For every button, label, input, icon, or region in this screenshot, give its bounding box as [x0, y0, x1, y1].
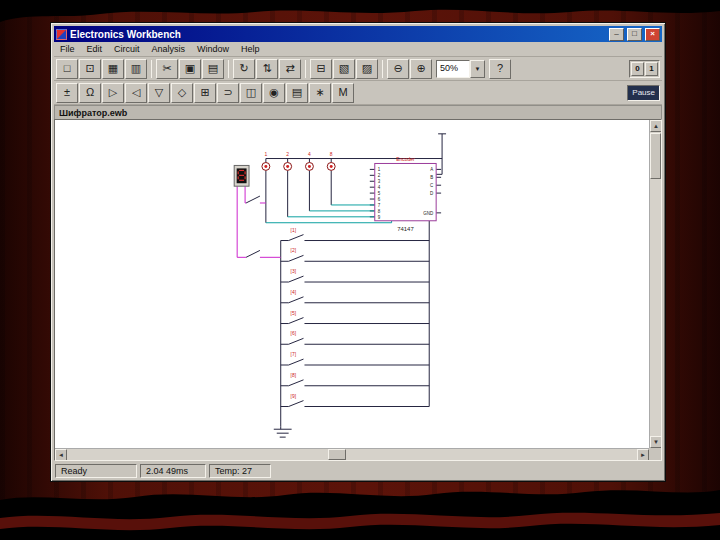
sources-button[interactable]: ±: [56, 83, 78, 103]
menu-file[interactable]: File: [60, 44, 75, 54]
bottom-wave-decoration: [0, 484, 720, 540]
transistors-icon: ◁: [132, 87, 140, 98]
logic-gates-button[interactable]: ⊃: [217, 83, 239, 103]
probe-dot: [330, 165, 333, 168]
probe-label: 1: [264, 152, 267, 157]
probe-indicator[interactable]: [305, 162, 313, 170]
sources-icon: ±: [64, 87, 70, 98]
horizontal-scroll-thumb[interactable]: [328, 449, 346, 460]
menu-window[interactable]: Window: [197, 44, 229, 54]
miscellaneous-button[interactable]: ∗: [309, 83, 331, 103]
indicators-icon: ◉: [269, 87, 279, 98]
wire-segment: [266, 205, 392, 223]
seven-segment-display[interactable]: [234, 165, 249, 186]
probe-indicator[interactable]: [284, 162, 292, 170]
mixed-ics-button[interactable]: ◇: [171, 83, 193, 103]
scroll-left-button[interactable]: ◄: [55, 449, 67, 461]
properties-icon: ▨: [362, 63, 372, 74]
chevron-down-icon[interactable]: ▼: [470, 60, 485, 78]
slide-background: Electronics Workbench – □ × File Edit Ci…: [0, 0, 720, 540]
cut-button[interactable]: ✂: [156, 59, 178, 79]
print-icon: ▥: [131, 63, 141, 74]
menu-help[interactable]: Help: [241, 44, 260, 54]
diodes-button[interactable]: ▷: [102, 83, 124, 103]
menu-edit[interactable]: Edit: [87, 44, 103, 54]
window-title: Electronics Workbench: [70, 29, 606, 40]
digital-button[interactable]: ◫: [240, 83, 262, 103]
power-off-icon: 0: [635, 64, 639, 73]
scroll-down-icon: ▼: [653, 439, 659, 445]
zoom-out-button[interactable]: ⊖: [387, 59, 409, 79]
logic-gates-icon: ⊃: [223, 87, 232, 98]
zoom-select[interactable]: 50% ▼: [436, 60, 485, 78]
maximize-button[interactable]: □: [627, 28, 642, 41]
encoder-chip[interactable]: Encoder 74147 1 2 3 4 5 6 7 8 9 A: [375, 157, 436, 232]
probe-dot: [264, 165, 267, 168]
menu-analysis[interactable]: Analysis: [152, 44, 186, 54]
graphs-icon: ▧: [339, 63, 349, 74]
properties-button[interactable]: ▨: [356, 59, 378, 79]
switch-label: [1]: [291, 228, 297, 233]
instruments-button[interactable]: M: [332, 83, 354, 103]
toolbar-separator: [151, 60, 152, 78]
new-button[interactable]: □: [56, 59, 78, 79]
basic-button[interactable]: Ω: [79, 83, 101, 103]
flip-horizontal-button[interactable]: ⇄: [279, 59, 301, 79]
switch-rows: [281, 235, 430, 407]
open-button[interactable]: ⊡: [79, 59, 101, 79]
probe-indicator[interactable]: [262, 162, 270, 170]
circuit-canvas[interactable]: 1 2 4 8 Encoder 74147 1 2 3 4 5 6: [54, 119, 662, 461]
status-bar: Ready 2.04 49ms Temp: 27: [54, 461, 662, 478]
analog-ics-button[interactable]: ▽: [148, 83, 170, 103]
subcircuit-icon: ⊟: [316, 63, 325, 74]
probe-indicator[interactable]: [327, 162, 335, 170]
scroll-up-icon: ▲: [653, 123, 659, 129]
toolbar-separator: [228, 60, 229, 78]
pause-button[interactable]: Pause: [627, 85, 660, 101]
document-title-bar[interactable]: Шифратор.ewb: [54, 105, 662, 119]
switch-label: [9]: [291, 394, 297, 399]
switch-label: [7]: [291, 352, 297, 357]
controls-button[interactable]: ▤: [286, 83, 308, 103]
toolbar-parts: ± Ω ▷ ◁ ▽ ◇ ⊞ ⊃ ◫ ◉ ▤ ∗ M Pause: [54, 81, 662, 105]
open-icon: ⊡: [85, 63, 94, 74]
switch-label: [4]: [291, 290, 297, 295]
save-button[interactable]: ▦: [102, 59, 124, 79]
horizontal-scrollbar[interactable]: ◄ ►: [55, 448, 649, 460]
print-button[interactable]: ▥: [125, 59, 147, 79]
mixed-ics-icon: ◇: [178, 87, 186, 98]
small-switch-arms: [246, 196, 260, 257]
indicators-button[interactable]: ◉: [263, 83, 285, 103]
status-ready: Ready: [55, 464, 137, 478]
paste-button[interactable]: ▤: [202, 59, 224, 79]
minimize-button[interactable]: –: [609, 28, 624, 41]
cut-icon: ✂: [162, 63, 171, 74]
scroll-left-icon: ◄: [58, 452, 64, 458]
title-bar[interactable]: Electronics Workbench – □ ×: [54, 26, 662, 42]
menu-circuit[interactable]: Circuit: [114, 44, 140, 54]
flip-vertical-button[interactable]: ⇅: [256, 59, 278, 79]
save-icon: ▦: [108, 63, 118, 74]
scroll-right-button[interactable]: ►: [637, 449, 649, 461]
help-button[interactable]: ?: [489, 59, 511, 79]
probe-labels: 1 2 4 8: [264, 152, 332, 157]
toolbar-separator: [305, 60, 306, 78]
rotate-button[interactable]: ↻: [233, 59, 255, 79]
subcircuit-button[interactable]: ⊟: [310, 59, 332, 79]
vertical-scroll-thumb[interactable]: [650, 133, 661, 179]
transistors-button[interactable]: ◁: [125, 83, 147, 103]
graphs-button[interactable]: ▧: [333, 59, 355, 79]
new-icon: □: [64, 63, 71, 74]
scroll-down-button[interactable]: ▼: [650, 436, 662, 448]
power-on-button[interactable]: 1: [645, 62, 658, 76]
close-button[interactable]: ×: [645, 28, 660, 41]
probe-dot: [308, 165, 311, 168]
vertical-scrollbar[interactable]: ▲ ▼: [649, 120, 661, 448]
copy-button[interactable]: ▣: [179, 59, 201, 79]
zoom-in-button[interactable]: ⊕: [410, 59, 432, 79]
controls-icon: ▤: [292, 87, 302, 98]
scroll-up-button[interactable]: ▲: [650, 120, 662, 132]
power-off-button[interactable]: 0: [631, 62, 644, 76]
circuit-schematic[interactable]: 1 2 4 8 Encoder 74147 1 2 3 4 5 6: [55, 120, 649, 448]
digital-ics-button[interactable]: ⊞: [194, 83, 216, 103]
